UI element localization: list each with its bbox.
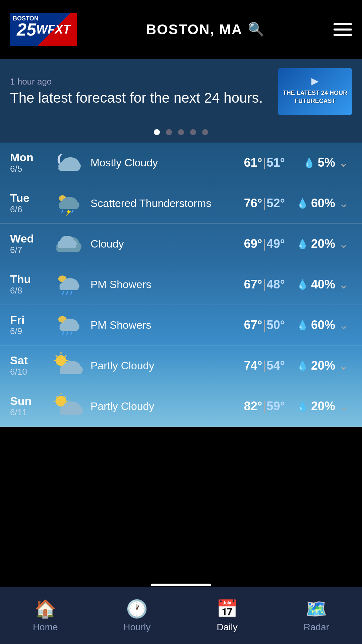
precipitation: 💧 40% [285, 277, 335, 291]
svg-line-52 [56, 396, 57, 397]
chevron-down-icon[interactable]: ⌄ [339, 278, 348, 291]
raindrop-icon: 💧 [297, 279, 308, 290]
precipitation: 💧 20% [285, 237, 335, 251]
dot-2[interactable] [166, 129, 172, 135]
day-name: Thu [10, 273, 50, 285]
svg-line-27 [71, 291, 72, 294]
condition-text: Cloudy [87, 238, 244, 250]
nav-radar-label: Radar [304, 622, 329, 633]
app-logo: BOSTON 25 WFXT [10, 13, 77, 46]
svg-rect-32 [59, 326, 78, 330]
svg-rect-19 [58, 244, 76, 248]
radar-icon: 🗺️ [305, 599, 327, 619]
precip-percent: 60% [311, 196, 335, 210]
thumbnail-label: THE LATEST 24 HOUR FUTURECAST [278, 87, 352, 108]
logo-25-text: 25 [17, 19, 36, 40]
logo-wfxt-text: WFXT [36, 22, 70, 37]
chevron-down-icon[interactable]: ⌄ [339, 318, 348, 332]
expand-col[interactable]: ⌄ [335, 359, 352, 372]
svg-line-53 [65, 396, 66, 397]
day-date: 6/7 [10, 245, 50, 255]
temp-high: 74° [244, 359, 262, 373]
precipitation: 💧 5% [285, 156, 335, 170]
nav-radar[interactable]: 🗺️ Radar [304, 599, 329, 633]
forecast-row[interactable]: Sat 6/10 Partly Cloudy [0, 345, 362, 386]
temp-separator: | [262, 359, 266, 373]
forecast-row[interactable]: Thu 6/8 PM Showers 67° | 48° [0, 264, 362, 305]
dot-3[interactable] [178, 129, 184, 135]
expand-col[interactable]: ⌄ [335, 237, 352, 251]
day-name: Wed [10, 232, 50, 245]
temp-low: 52° [267, 196, 285, 210]
weather-icon-col [50, 190, 87, 217]
svg-line-25 [62, 291, 64, 294]
temp-separator: | [262, 277, 266, 291]
chevron-down-icon[interactable]: ⌄ [339, 156, 348, 169]
temp-separator: | [262, 237, 266, 251]
forecast-row[interactable]: Wed 6/7 Cloudy 69° | [0, 224, 362, 264]
temp-low: 49° [267, 237, 285, 251]
dot-1[interactable] [154, 129, 160, 135]
svg-rect-24 [59, 286, 78, 290]
svg-line-10 [72, 210, 73, 212]
news-banner[interactable]: 1 hour ago The latest forecast for the n… [0, 59, 362, 122]
temperatures: 67° | 50° [244, 318, 285, 332]
location-bar[interactable]: BOSTON, MA 🔍 [146, 21, 265, 38]
svg-line-35 [71, 332, 72, 335]
forecast-row[interactable]: Mon 6/5 Mostly Cloudy 61° | 51° 💧 [0, 143, 362, 183]
dot-4[interactable] [190, 129, 196, 135]
forecast-row[interactable]: Sun 6/11 Partly Cloudy [0, 386, 362, 427]
nav-daily[interactable]: 📅 Daily [216, 599, 238, 633]
temp-high: 69° [244, 237, 262, 251]
condition-text: Partly Cloudy [87, 360, 244, 372]
temperatures: 74° | 54° [244, 359, 285, 373]
chevron-down-icon[interactable]: ⌄ [339, 197, 348, 210]
expand-col[interactable]: ⌄ [335, 197, 352, 210]
forecast-row[interactable]: Tue 6/6 Scattered Thunderstorms 76° [0, 183, 362, 224]
day-name: Mon [10, 151, 50, 164]
temp-separator: | [262, 156, 266, 170]
raindrop-icon: 💧 [297, 320, 308, 331]
chevron-down-icon[interactable]: ⌄ [339, 237, 348, 251]
temp-high: 61° [244, 156, 262, 170]
temp-separator: | [262, 196, 266, 210]
precipitation: 💧 60% [285, 196, 335, 210]
precip-percent: 20% [311, 237, 335, 251]
raindrop-icon: 💧 [297, 360, 308, 371]
weather-icon-col [50, 352, 87, 379]
nav-home[interactable]: 🏠 Home [33, 599, 58, 633]
chevron-down-icon[interactable]: ⌄ [339, 359, 348, 372]
weather-icon-col [50, 149, 87, 176]
raindrop-icon: 💧 [297, 198, 308, 209]
expand-col[interactable]: ⌄ [335, 278, 352, 291]
precip-percent: 20% [311, 399, 335, 413]
expand-col[interactable]: ⌄ [335, 399, 352, 413]
precipitation: 💧 20% [285, 399, 335, 413]
weather-icon-col [50, 312, 87, 338]
menu-bar-3 [334, 34, 352, 36]
svg-line-41 [56, 356, 57, 357]
condition-text: Scattered Thunderstorms [87, 197, 244, 210]
day-column: Fri 6/9 [10, 314, 50, 336]
main-content: 1 hour ago The latest forecast for the n… [0, 59, 362, 584]
nav-daily-label: Daily [217, 622, 237, 633]
news-thumbnail[interactable]: ▶ THE LATEST 24 HOUR FUTURECAST [278, 68, 352, 115]
temperatures: 67° | 48° [244, 277, 285, 291]
day-name: Fri [10, 314, 50, 326]
chevron-down-icon[interactable]: ⌄ [339, 399, 348, 413]
carousel-dots [0, 122, 362, 143]
expand-col[interactable]: ⌄ [335, 318, 352, 332]
forecast-row[interactable]: Fri 6/9 PM Showers 67° | 50° [0, 305, 362, 345]
dot-5[interactable] [202, 129, 208, 135]
day-date: 6/9 [10, 326, 50, 336]
day-date: 6/5 [10, 164, 50, 174]
svg-line-42 [65, 356, 66, 357]
condition-text: PM Showers [87, 319, 244, 331]
scroll-indicator [151, 584, 211, 586]
expand-col[interactable]: ⌄ [335, 156, 352, 169]
search-icon[interactable]: 🔍 [248, 21, 264, 37]
nav-hourly[interactable]: 🕐 Hourly [123, 599, 150, 633]
day-date: 6/10 [10, 367, 50, 377]
menu-icon[interactable] [334, 23, 352, 36]
temperatures: 69° | 49° [244, 237, 285, 251]
